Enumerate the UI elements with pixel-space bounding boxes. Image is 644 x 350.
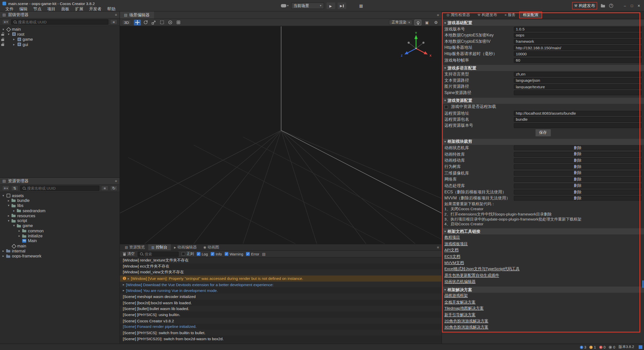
- asset-row[interactable]: initialize: [0, 233, 119, 238]
- expand-caret-icon[interactable]: [123, 283, 124, 286]
- solution-link[interactable]: 战棋游戏框架: [445, 293, 468, 298]
- panel-menu-icon[interactable]: [437, 13, 439, 17]
- inspector-scrollbar-thumb[interactable]: [642, 280, 643, 288]
- field-input[interactable]: [514, 45, 641, 50]
- module-delete-button[interactable]: 删除: [514, 196, 641, 201]
- module-delete-button[interactable]: 删除: [514, 171, 641, 176]
- doc-link[interactable]: 游戏模板项目: [445, 241, 468, 247]
- module-delete-button[interactable]: 删除: [514, 152, 641, 157]
- doc-link[interactable]: API文档: [445, 248, 459, 253]
- hierarchy-filter-button[interactable]: [110, 19, 117, 25]
- console-tab[interactable]: 控制台: [148, 244, 171, 250]
- hierarchy-search-input[interactable]: [18, 20, 106, 24]
- field-input[interactable]: [514, 117, 641, 122]
- asset-row[interactable]: bundle: [0, 198, 119, 203]
- log-row[interactable]: [Window] [Vue warn]: Property "onInput" …: [120, 276, 441, 282]
- hierarchy-node-row[interactable]: main: [0, 27, 119, 32]
- console-filter-checkbox[interactable]: Info: [211, 252, 222, 256]
- log-row[interactable]: [Scene] [bullet]:bullet wasm lib loaded.: [120, 306, 441, 312]
- log-row[interactable]: [Scene] [PHYSICS]: using builtin.: [120, 312, 441, 318]
- scene-viewport[interactable]: Y X Z: [120, 26, 441, 244]
- doc-link[interactable]: ECS文档: [445, 254, 460, 259]
- gizmo-space-button[interactable]: [175, 20, 182, 25]
- hierarchy-node-row[interactable]: gui: [0, 42, 119, 47]
- asset-row[interactable]: libs: [0, 203, 119, 208]
- platform-selector[interactable]: [281, 4, 289, 7]
- log-row[interactable]: [Scene] Forward render pipeline initiali…: [120, 324, 441, 330]
- minimize-button[interactable]: [622, 2, 628, 9]
- menu-item[interactable]: 文件: [3, 6, 17, 12]
- section-basic-config[interactable]: 游戏基础配置: [442, 20, 644, 26]
- field-input[interactable]: [514, 91, 641, 96]
- expand-arrow-icon[interactable]: [12, 209, 16, 212]
- section-doc-links[interactable]: 框架文档工具链接: [442, 228, 644, 234]
- asset-row[interactable]: assets: [0, 193, 119, 198]
- field-input[interactable]: [514, 26, 641, 31]
- hierarchy-node-row[interactable]: game: [0, 37, 119, 42]
- expand-arrow-icon[interactable]: [7, 219, 10, 223]
- misc-count[interactable]: 0: [609, 345, 615, 349]
- solution-link[interactable]: 新手引导解决方案: [445, 312, 476, 318]
- panel-menu-icon[interactable]: [115, 179, 117, 183]
- solution-link[interactable]: 2D角色扮演游戏解决方案: [445, 319, 489, 324]
- save-button[interactable]: 保存: [535, 129, 551, 137]
- field-input[interactable]: [514, 58, 641, 63]
- console-tab[interactable]: 动画编辑器: [171, 244, 200, 250]
- expand-arrow-icon[interactable]: [7, 32, 10, 36]
- module-delete-button[interactable]: 删除: [514, 177, 641, 182]
- expand-arrow-icon[interactable]: [12, 37, 16, 41]
- notification-corner-icon[interactable]: [639, 345, 642, 349]
- collapse-logs-icon[interactable]: [262, 252, 266, 256]
- inspector-tab[interactable]: 构建发布: [474, 12, 501, 19]
- axis-gizmo[interactable]: Y X Z: [399, 30, 433, 59]
- asset-row[interactable]: seedrandom: [0, 208, 119, 213]
- project-folder-icon[interactable]: [601, 4, 606, 8]
- log-row[interactable]: [Window] You are running Vue in developm…: [120, 288, 441, 294]
- render-mode-select[interactable]: 正常渲染: [389, 20, 412, 25]
- section-resource-config[interactable]: 游戏资源配置: [442, 98, 644, 104]
- log-row[interactable]: [Scene] [PHYSICS2D]: switch from box2d-w…: [120, 336, 441, 342]
- hierarchy-node-row[interactable]: root: [0, 32, 119, 37]
- close-button[interactable]: [636, 2, 642, 9]
- error-count[interactable]: 0: [599, 345, 606, 349]
- menu-item[interactable]: 项目: [44, 6, 58, 12]
- doc-link[interactable]: 动画状态机编辑器: [445, 279, 476, 284]
- expand-arrow-icon[interactable]: [2, 27, 5, 31]
- solution-link[interactable]: Tiledmap地图解决方案: [445, 306, 484, 311]
- console-tab[interactable]: 资源预览: [122, 244, 148, 250]
- gizmo-pivot-button[interactable]: [167, 20, 174, 25]
- menu-item[interactable]: 帮助: [104, 6, 118, 12]
- lock-icon[interactable]: [1, 38, 4, 41]
- expand-arrow-icon[interactable]: [12, 224, 16, 228]
- scale-tool-button[interactable]: [150, 20, 157, 25]
- console-filter-checkbox[interactable]: 正则: [182, 251, 194, 256]
- doc-link[interactable]: 教程项目: [445, 235, 460, 240]
- lock-icon[interactable]: [1, 43, 4, 46]
- console-tab[interactable]: 动画图: [200, 244, 222, 250]
- section-solutions[interactable]: 框架解决方案: [442, 287, 644, 293]
- create-asset-button[interactable]: [2, 186, 9, 191]
- assets-search-input[interactable]: [27, 186, 97, 190]
- asset-row[interactable]: oops-framework: [0, 253, 119, 258]
- log-row[interactable]: [Scene] [PHYSICS]: switch from builtin t…: [120, 330, 441, 336]
- rotate-tool-button[interactable]: [142, 20, 149, 25]
- rect-tool-button[interactable]: [158, 20, 166, 25]
- expand-arrow-icon[interactable]: [12, 42, 16, 46]
- section-module-trim[interactable]: 框架模块裁剪: [442, 139, 644, 145]
- expand-arrow-icon[interactable]: [7, 199, 10, 202]
- asset-row[interactable]: game: [0, 223, 119, 228]
- field-input[interactable]: [514, 78, 641, 83]
- asset-row[interactable]: script: [0, 218, 119, 223]
- module-delete-button[interactable]: 删除: [514, 183, 641, 188]
- console-filter-checkbox[interactable]: Error: [246, 252, 259, 256]
- log-row[interactable]: [Window] Download the Vue Devtools exten…: [120, 282, 441, 288]
- help-icon[interactable]: [609, 4, 613, 8]
- info-count[interactable]: 3: [580, 345, 586, 349]
- expand-arrow-icon[interactable]: [7, 214, 10, 217]
- create-node-button[interactable]: [2, 19, 9, 25]
- log-row[interactable]: [Window] render_texture文件夹不存在: [120, 257, 441, 264]
- refresh-assets-button[interactable]: [110, 186, 117, 191]
- expand-arrow-icon[interactable]: [18, 234, 21, 238]
- inspector-tab[interactable]: 框架配置: [519, 12, 542, 19]
- expand-caret-icon[interactable]: [123, 289, 124, 292]
